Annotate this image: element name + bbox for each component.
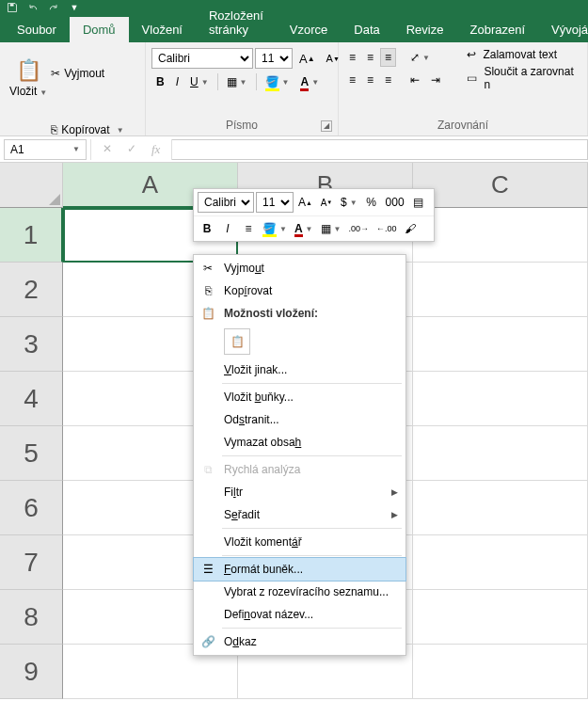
- orientation-button[interactable]: ⤢▼: [405, 48, 435, 67]
- align-bottom-icon[interactable]: ≡: [380, 48, 396, 67]
- ctx-insert[interactable]: Vložit buňky...: [194, 386, 405, 408]
- redo-icon[interactable]: [47, 1, 60, 14]
- underline-button[interactable]: U▼: [185, 72, 214, 91]
- mini-accounting-format-icon[interactable]: $▼: [338, 193, 360, 212]
- mini-font-color-icon[interactable]: A▼: [292, 219, 316, 238]
- paste-button[interactable]: Vložit▼: [9, 85, 47, 98]
- tab-revize[interactable]: Revize: [393, 17, 457, 42]
- mini-italic-button[interactable]: I: [218, 219, 237, 238]
- cell-c7[interactable]: [413, 535, 588, 590]
- align-middle-icon[interactable]: ≡: [362, 48, 378, 67]
- ctx-clear[interactable]: Vymazat obsah: [194, 431, 405, 454]
- increase-font-icon[interactable]: A▲: [294, 49, 320, 69]
- row-header-5[interactable]: 5: [0, 426, 63, 481]
- row-header-3[interactable]: 3: [0, 317, 63, 372]
- ctx-hyperlink[interactable]: 🔗Odkaz: [194, 630, 405, 653]
- font-dialog-launcher[interactable]: ◢: [321, 120, 332, 132]
- align-right-icon[interactable]: ≡: [380, 71, 396, 89]
- cell-c1[interactable]: [413, 208, 588, 263]
- row-header-1[interactable]: 1: [0, 208, 63, 263]
- mini-bold-button[interactable]: B: [198, 219, 216, 238]
- tab-vyvojar[interactable]: Vývojář: [538, 17, 588, 42]
- mini-font-size[interactable]: 11: [256, 192, 294, 213]
- ctx-insert-comment[interactable]: Vložit komentář: [194, 531, 405, 553]
- mini-decrease-font-icon[interactable]: A▼: [317, 193, 336, 212]
- group-font: Calibri 11 A▲ A▼ B I U▼ ▦▼ 🪣▼ A▼ Písmo◢: [146, 42, 339, 135]
- row-header-8[interactable]: 8: [0, 590, 63, 645]
- select-all-corner[interactable]: [0, 163, 63, 208]
- align-left-icon[interactable]: ≡: [344, 71, 360, 89]
- row-header-6[interactable]: 6: [0, 481, 63, 535]
- tab-vlozeni[interactable]: Vložení: [129, 17, 196, 42]
- ctx-copy[interactable]: ⎘Kopírovat: [194, 279, 405, 302]
- quick-analysis-icon: ⧉: [199, 461, 216, 478]
- ctx-format-cells[interactable]: ☰Formát buněk...: [194, 558, 405, 581]
- paste-icon[interactable]: 📋: [16, 58, 41, 83]
- row-header-2[interactable]: 2: [0, 263, 63, 317]
- cell-c8[interactable]: [413, 590, 588, 645]
- font-size-select[interactable]: 11: [255, 48, 293, 69]
- customize-qat-icon[interactable]: ▼: [68, 1, 81, 14]
- align-top-icon[interactable]: ≡: [344, 48, 360, 67]
- mini-comma-style-icon[interactable]: 000: [383, 193, 407, 212]
- cell-c3[interactable]: [413, 317, 588, 372]
- italic-button[interactable]: I: [171, 72, 183, 91]
- svg-rect-0: [10, 4, 14, 6]
- group-label-font: Písmo: [226, 119, 258, 132]
- mini-decrease-decimal-icon[interactable]: ←.00: [373, 219, 400, 238]
- tab-rozlozeni[interactable]: Rozložení stránky: [196, 3, 277, 42]
- tab-domu[interactable]: Domů: [70, 17, 129, 42]
- row-header-9[interactable]: 9: [0, 645, 63, 699]
- mini-borders-icon[interactable]: ▦▼: [318, 219, 344, 238]
- mini-align-icon[interactable]: ≡: [239, 219, 258, 238]
- merge-center-button[interactable]: ▭ Sloučit a zarovnat n: [467, 65, 581, 91]
- mini-increase-decimal-icon[interactable]: .00→: [345, 219, 372, 238]
- mini-toolbar: Calibri 11 A▲ A▼ $▼ % 000 ▤ B I ≡ 🪣▼ A▼ …: [193, 188, 435, 242]
- mini-fill-color-icon[interactable]: 🪣▼: [260, 219, 290, 238]
- font-name-select[interactable]: Calibri: [151, 48, 253, 69]
- format-cells-icon: ☰: [199, 561, 216, 578]
- insert-function-icon[interactable]: fx: [144, 142, 167, 157]
- bold-button[interactable]: B: [151, 72, 169, 91]
- cell-c4[interactable]: [413, 372, 588, 426]
- cell-c9[interactable]: [413, 645, 588, 699]
- enter-formula-icon[interactable]: ✓: [119, 142, 144, 156]
- ctx-sort[interactable]: Seřadit▶: [194, 503, 405, 526]
- tab-zobrazeni[interactable]: Zobrazení: [456, 17, 538, 42]
- mini-font-name[interactable]: Calibri: [198, 192, 254, 213]
- row-header-7[interactable]: 7: [0, 535, 63, 590]
- cell-c5[interactable]: [413, 426, 588, 481]
- ctx-pick-from-list[interactable]: Vybrat z rozevíracího seznamu...: [194, 581, 405, 603]
- font-color-button[interactable]: A▼: [295, 72, 324, 91]
- mini-percent-icon[interactable]: %: [362, 193, 381, 212]
- borders-button[interactable]: ▦▼: [222, 72, 252, 91]
- cell-c6[interactable]: [413, 481, 588, 535]
- row-header-4[interactable]: 4: [0, 372, 63, 426]
- align-center-icon[interactable]: ≡: [362, 71, 378, 89]
- formula-input[interactable]: [172, 139, 588, 160]
- name-box[interactable]: A1▼: [4, 139, 87, 160]
- ctx-define-name[interactable]: Definovat název...: [194, 603, 405, 626]
- tab-vzorce[interactable]: Vzorce: [277, 17, 341, 42]
- increase-indent-icon[interactable]: ⇥: [426, 71, 445, 89]
- undo-icon[interactable]: [26, 1, 40, 14]
- cell-c2[interactable]: [413, 263, 588, 317]
- ctx-delete[interactable]: Odstranit...: [194, 408, 405, 431]
- ctx-cut[interactable]: ✂Vyjmout: [194, 257, 405, 279]
- ctx-paste-special[interactable]: Vložit jinak...: [194, 358, 405, 381]
- group-label-alignment: Zarovnání: [437, 119, 488, 132]
- column-header-c[interactable]: C: [413, 163, 588, 208]
- mini-conditional-format-icon[interactable]: ▤: [409, 193, 428, 212]
- decrease-indent-icon[interactable]: ⇤: [405, 71, 424, 89]
- ctx-filter[interactable]: Filtr▶: [194, 481, 405, 503]
- tab-soubor[interactable]: Soubor: [4, 17, 70, 42]
- ctx-paste-default[interactable]: 📋: [224, 328, 250, 355]
- mini-increase-font-icon[interactable]: A▲: [295, 193, 315, 212]
- cancel-formula-icon[interactable]: ✕: [95, 142, 119, 156]
- fill-color-button[interactable]: 🪣▼: [261, 72, 294, 91]
- tab-data[interactable]: Data: [341, 17, 392, 42]
- save-icon[interactable]: [6, 1, 19, 14]
- cut-button[interactable]: ✂Vyjmout: [51, 46, 139, 101]
- mini-format-painter-icon[interactable]: 🖌: [401, 219, 420, 238]
- wrap-text-button[interactable]: ↩ Zalamovat text: [467, 48, 581, 61]
